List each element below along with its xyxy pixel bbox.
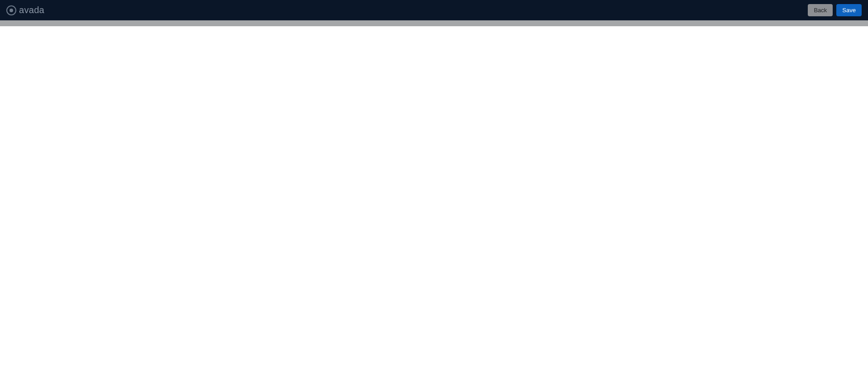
back-button[interactable]: Back: [808, 4, 833, 16]
brand-icon: [6, 5, 16, 15]
brand-text: avada: [19, 5, 44, 15]
appbar: avada Back Save: [0, 0, 868, 20]
save-button[interactable]: Save: [836, 4, 862, 16]
brand: avada: [6, 5, 44, 15]
overlay-shade: [0, 20, 868, 26]
